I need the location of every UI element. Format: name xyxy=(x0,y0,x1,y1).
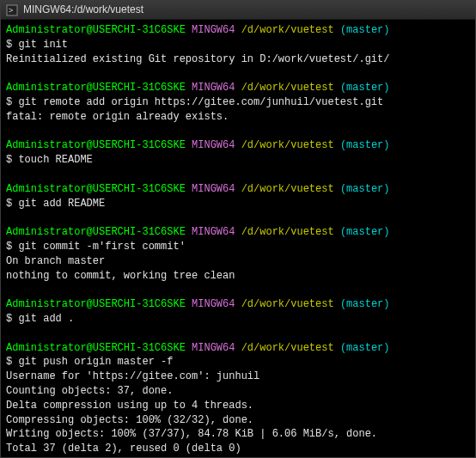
app-icon: > xyxy=(6,4,18,16)
blank-line xyxy=(6,125,470,139)
terminal-line: $ git commit -m'first commit' xyxy=(6,240,470,254)
prompt-line: Administrator@USERCHI-31C6SKE MINGW64 /d… xyxy=(6,81,470,95)
terminal-line: $ git push origin master -f xyxy=(6,355,470,369)
terminal-line: fatal: remote origin already exists. xyxy=(6,110,470,125)
terminal-line: Delta compression using up to 4 threads. xyxy=(6,399,470,413)
prompt-line: Administrator@USERCHI-31C6SKE MINGW64 /d… xyxy=(6,341,470,356)
terminal-line: On branch master xyxy=(6,254,470,269)
terminal-line: Reinitialized existing Git repository in… xyxy=(6,52,470,67)
blank-line xyxy=(6,211,470,225)
blank-line xyxy=(6,283,470,297)
terminal-line: Counting objects: 37, done. xyxy=(6,384,470,399)
terminal-body[interactable]: Administrator@USERCHI-31C6SKE MINGW64 /d… xyxy=(1,20,475,457)
terminal-line: Total 37 (delta 2), reused 0 (delta 0) xyxy=(6,442,470,456)
terminal-window: > MINGW64:/d/work/vuetest Administrator@… xyxy=(0,0,476,458)
prompt-line: Administrator@USERCHI-31C6SKE MINGW64 /d… xyxy=(6,138,470,153)
titlebar[interactable]: > MINGW64:/d/work/vuetest xyxy=(1,1,475,20)
prompt-line: Administrator@USERCHI-31C6SKE MINGW64 /d… xyxy=(6,182,470,197)
terminal-line: Compressing objects: 100% (32/32), done. xyxy=(6,413,470,428)
terminal-line: $ git add . xyxy=(6,312,470,327)
terminal-line: remote: Powered by Gitee.com xyxy=(6,456,470,457)
terminal-line: Writing objects: 100% (37/37), 84.78 KiB… xyxy=(6,427,470,442)
svg-text:>: > xyxy=(9,6,13,15)
terminal-line: $ git remote add origin https://gitee.co… xyxy=(6,95,470,110)
terminal-line: nothing to commit, working tree clean xyxy=(6,269,470,284)
window-title: MINGW64:/d/work/vuetest xyxy=(23,3,143,17)
terminal-line: $ git init xyxy=(6,38,470,52)
terminal-line: Username for 'https://gitee.com': junhui… xyxy=(6,369,470,384)
blank-line xyxy=(6,66,470,81)
blank-line xyxy=(6,327,470,341)
prompt-line: Administrator@USERCHI-31C6SKE MINGW64 /d… xyxy=(6,23,470,38)
prompt-line: Administrator@USERCHI-31C6SKE MINGW64 /d… xyxy=(6,225,470,240)
prompt-line: Administrator@USERCHI-31C6SKE MINGW64 /d… xyxy=(6,297,470,312)
terminal-line: $ git add README xyxy=(6,197,470,211)
terminal-line: $ touch README xyxy=(6,153,470,168)
blank-line xyxy=(6,168,470,182)
